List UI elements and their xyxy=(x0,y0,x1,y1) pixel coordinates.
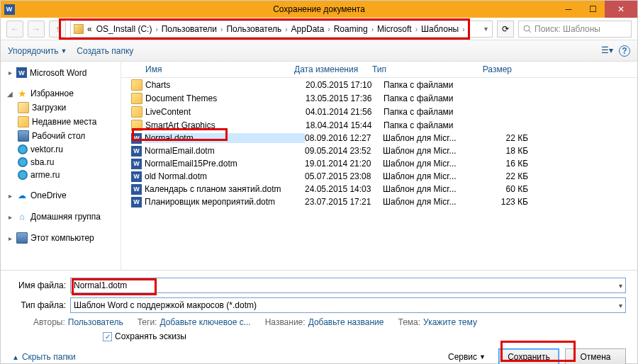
refresh-button[interactable]: ⟳ xyxy=(497,21,514,38)
crumb[interactable]: Roaming xyxy=(332,24,370,34)
minimize-icon[interactable]: ─ xyxy=(556,1,581,18)
cell-name: SmartArt Graphics xyxy=(145,120,306,130)
crumb[interactable]: AppData xyxy=(289,24,327,34)
window-title: Сохранение документа xyxy=(1,4,637,14)
forward-button[interactable]: → xyxy=(28,21,45,38)
col-date[interactable]: Дата изменения xyxy=(294,64,372,74)
filetype-select[interactable]: Шаблон Word с поддержкой макросов (*.dot… xyxy=(70,297,626,313)
sidebar-favorites-header[interactable]: ◢★Избранное xyxy=(5,86,121,101)
crumb[interactable]: OS_Install (C:) xyxy=(94,24,155,34)
search-icon xyxy=(523,25,532,33)
crumb[interactable]: Microsoft xyxy=(375,24,414,34)
dotm-icon: W xyxy=(131,197,142,207)
dotm-icon: W xyxy=(131,184,142,195)
cell-date: 18.04.2014 15:44 xyxy=(306,120,384,130)
svg-line-1 xyxy=(529,30,531,33)
table-row[interactable]: Charts20.05.2015 17:10Папка с файлами xyxy=(121,78,637,91)
cell-name: LiveContent xyxy=(145,107,306,117)
sidebar-item[interactable]: vektor.ru xyxy=(5,143,121,156)
save-thumbnail-checkbox[interactable]: ✓ xyxy=(103,332,112,341)
filename-input[interactable]: Normal1.dotm▾ xyxy=(70,278,626,293)
sidebar-item[interactable]: Рабочий стол xyxy=(5,129,121,143)
cancel-button[interactable]: Отмена xyxy=(565,348,626,364)
folder-icon xyxy=(131,79,142,91)
title-value[interactable]: Добавьте название xyxy=(308,317,384,327)
cell-size: 18 КБ xyxy=(478,146,528,156)
address-bar[interactable]: « OS_Install (C:)›Пользователи›Пользоват… xyxy=(70,21,493,38)
chevron-right-icon[interactable]: › xyxy=(284,25,289,33)
cell-date: 20.05.2015 17:10 xyxy=(306,80,384,90)
file-list[interactable]: Имя Дата изменения Тип Размер Charts20.0… xyxy=(121,62,637,270)
sidebar-item-thispc[interactable]: ▸Этот компьютер xyxy=(5,231,121,245)
cell-type: Папка с файлами xyxy=(384,107,479,117)
nav-bar: ← → ↑ « OS_Install (C:)›Пользователи›Пол… xyxy=(1,18,637,40)
table-row[interactable]: WNormal.dotm08.09.2016 12:27Шаблон для M… xyxy=(121,132,637,144)
sidebar-item[interactable]: arme.ru xyxy=(5,169,121,181)
table-row[interactable]: Wold Normal.dotm05.07.2015 23:08Шаблон д… xyxy=(121,170,637,183)
column-headers[interactable]: Имя Дата изменения Тип Размер xyxy=(121,62,637,78)
cell-date: 05.07.2015 23:08 xyxy=(305,171,383,181)
sidebar-item[interactable]: Загрузки xyxy=(5,101,121,115)
col-size[interactable]: Размер xyxy=(468,64,517,74)
cell-type: Шаблон для Micr... xyxy=(383,184,478,194)
cell-size: 60 КБ xyxy=(478,184,528,194)
view-options-icon[interactable]: ☰▾ xyxy=(601,45,613,57)
chevron-right-icon[interactable]: › xyxy=(414,25,419,33)
cell-type: Шаблон для Micr... xyxy=(383,133,478,143)
dotm-icon: W xyxy=(131,159,142,169)
theme-value[interactable]: Укажите тему xyxy=(423,317,477,327)
search-placeholder: Поиск: Шаблоны xyxy=(535,24,600,34)
chevron-right-icon[interactable]: › xyxy=(154,25,159,33)
table-row[interactable]: WПланировщик мероприятий.dotm23.07.2015 … xyxy=(121,195,637,208)
sidebar-item-word[interactable]: ▸WMicrosoft Word xyxy=(5,66,121,79)
up-button[interactable]: ↑ xyxy=(49,21,66,38)
table-row[interactable]: WNormalEmail.dotm09.05.2014 23:52Шаблон … xyxy=(121,144,637,157)
sidebar-item-onedrive[interactable]: ▸☁OneDrive xyxy=(5,188,121,203)
dotm-icon: W xyxy=(131,146,142,157)
cell-type: Папка с файлами xyxy=(384,80,479,90)
save-thumbnail-label: Сохранять эскизы xyxy=(115,331,186,341)
help-icon[interactable]: ? xyxy=(619,45,630,57)
sidebar[interactable]: ▸WMicrosoft Word ◢★Избранное ЗагрузкиНед… xyxy=(1,62,121,270)
sidebar-item-homegroup[interactable]: ▸⌂Домашняя группа xyxy=(5,210,121,224)
table-row[interactable]: WNormalEmail15Pre.dotm19.01.2014 21:20Ша… xyxy=(121,157,637,170)
table-row[interactable]: LiveContent04.01.2014 21:56Папка с файла… xyxy=(121,105,637,118)
item-icon xyxy=(18,116,29,127)
table-row[interactable]: SmartArt Graphics18.04.2014 15:44Папка с… xyxy=(121,118,637,132)
item-icon xyxy=(18,170,28,180)
sidebar-item[interactable]: sba.ru xyxy=(5,156,121,169)
folder-icon xyxy=(131,106,142,118)
chevron-right-icon[interactable]: › xyxy=(370,25,375,33)
new-folder-button[interactable]: Создать папку xyxy=(77,46,133,56)
cell-date: 09.05.2014 23:52 xyxy=(305,146,383,156)
maximize-icon[interactable]: ☐ xyxy=(581,1,605,18)
crumb[interactable]: Пользователь xyxy=(224,24,284,34)
table-row[interactable]: WКалендарь с планом занятий.dotm24.05.20… xyxy=(121,183,637,195)
chevron-right-icon[interactable]: › xyxy=(326,25,331,33)
organize-menu[interactable]: Упорядочить▼ xyxy=(8,46,67,56)
svg-point-0 xyxy=(524,25,530,31)
back-button[interactable]: ← xyxy=(6,21,23,38)
history-chevron-icon[interactable]: ▾ xyxy=(483,25,489,33)
dotm-icon: W xyxy=(131,171,142,182)
tags-value[interactable]: Добавьте ключевое с... xyxy=(160,317,250,327)
cell-type: Шаблон для Micr... xyxy=(383,146,478,156)
title-label: Название: xyxy=(265,317,306,327)
crumb[interactable]: Пользователи xyxy=(160,24,219,34)
cell-date: 24.05.2015 14:03 xyxy=(305,184,383,194)
hide-folders-link[interactable]: ▲Скрыть папки xyxy=(12,352,76,362)
col-name[interactable]: Имя xyxy=(145,64,294,74)
crumb[interactable]: Шаблоны xyxy=(419,24,461,34)
close-icon[interactable]: ✕ xyxy=(605,1,637,18)
search-input[interactable]: Поиск: Шаблоны xyxy=(518,21,632,38)
theme-label: Тема: xyxy=(398,317,421,327)
chevron-right-icon[interactable]: › xyxy=(461,25,466,33)
cell-date: 23.07.2015 17:21 xyxy=(305,197,383,207)
cell-type: Шаблон для Micr... xyxy=(383,159,478,169)
authors-value[interactable]: Пользователь xyxy=(68,317,123,327)
table-row[interactable]: Document Themes13.05.2015 17:36Папка с ф… xyxy=(121,91,637,105)
col-type[interactable]: Тип xyxy=(372,64,468,74)
save-button[interactable]: Сохранить xyxy=(498,348,559,364)
tools-menu[interactable]: Сервис▼ xyxy=(448,352,486,362)
sidebar-item[interactable]: Недавние места xyxy=(5,115,121,129)
